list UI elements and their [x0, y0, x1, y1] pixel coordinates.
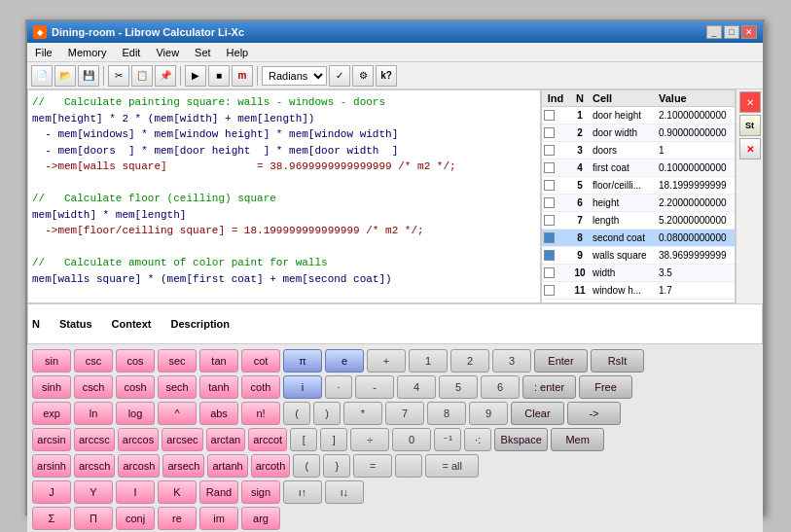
btn-arctan[interactable]: arctan: [206, 428, 246, 451]
menu-edit[interactable]: Edit: [118, 46, 144, 59]
btn-J[interactable]: J: [32, 480, 71, 504]
btn-pi-prod[interactable]: Π: [74, 507, 113, 530]
btn-arg[interactable]: arg: [241, 507, 280, 530]
btn-cot[interactable]: cot: [241, 349, 280, 372]
table-checkbox[interactable]: [544, 267, 555, 278]
btn-bracket-close[interactable]: ]: [320, 428, 347, 451]
btn-6[interactable]: 6: [481, 375, 520, 399]
table-checkbox[interactable]: [544, 110, 555, 121]
btn-3[interactable]: 3: [492, 349, 531, 372]
btn-arcosh[interactable]: arcosh: [118, 454, 160, 478]
btn-cosh[interactable]: cosh: [116, 375, 155, 399]
btn-multiply[interactable]: *: [343, 402, 382, 425]
table-checkbox[interactable]: [544, 250, 555, 261]
btn-close-paren[interactable]: ): [313, 402, 341, 425]
btn-divide[interactable]: ÷: [350, 428, 389, 451]
btn-9[interactable]: 9: [469, 402, 508, 425]
table-checkbox[interactable]: [544, 145, 555, 156]
table-row[interactable]: 2door width0.90000000000: [542, 124, 735, 142]
menu-view[interactable]: View: [152, 46, 183, 59]
btn-inverse[interactable]: ⁻¹: [434, 428, 461, 451]
btn-dotcolon[interactable]: ·:: [464, 428, 491, 451]
btn-7[interactable]: 7: [385, 402, 424, 425]
btn-save[interactable]: St: [739, 115, 761, 136]
table-checkbox[interactable]: [544, 232, 555, 243]
btn-curly-open[interactable]: (: [293, 454, 320, 478]
btn-cancel[interactable]: ✕: [739, 138, 761, 160]
btn-factorial[interactable]: n!: [241, 402, 280, 425]
toolbar-cut[interactable]: ✂: [108, 65, 129, 87]
btn-sinh[interactable]: sinh: [32, 375, 71, 399]
table-row[interactable]: 3doors1: [542, 142, 735, 160]
btn-equals[interactable]: =: [353, 454, 392, 478]
btn-pi[interactable]: π: [283, 349, 322, 372]
btn-enter[interactable]: Enter: [534, 349, 588, 372]
btn-mem[interactable]: Mem: [551, 428, 604, 451]
toolbar-copy[interactable]: 📋: [131, 65, 153, 87]
btn-sin[interactable]: sin: [32, 349, 71, 372]
table-cell-ind[interactable]: [542, 232, 569, 243]
btn-csch[interactable]: csch: [74, 375, 113, 399]
btn-log[interactable]: log: [116, 402, 155, 425]
table-row[interactable]: 8second coat0.08000000000: [542, 230, 735, 247]
btn-arccos[interactable]: arccos: [118, 428, 159, 451]
btn-exp[interactable]: exp: [32, 402, 71, 425]
btn-abs[interactable]: abs: [199, 402, 238, 425]
btn-colon-enter[interactable]: : enter: [522, 375, 576, 399]
btn-curly-close[interactable]: }: [323, 454, 350, 478]
table-checkbox[interactable]: [544, 180, 555, 191]
table-cell-ind[interactable]: [542, 250, 569, 261]
editor-panel[interactable]: // Calculate painting square: walls - wi…: [27, 89, 541, 303]
btn-8[interactable]: 8: [427, 402, 466, 425]
btn-rand[interactable]: Rand: [199, 480, 238, 504]
toolbar-paste[interactable]: 📌: [155, 65, 176, 87]
btn-delete[interactable]: ✕: [739, 91, 761, 113]
btn-clear[interactable]: Clear: [511, 402, 564, 425]
btn-4[interactable]: 4: [397, 375, 436, 399]
table-cell-ind[interactable]: [542, 285, 569, 296]
table-checkbox[interactable]: [544, 127, 555, 138]
table-cell-ind[interactable]: [542, 127, 569, 138]
table-cell-ind[interactable]: [542, 267, 569, 278]
btn-power[interactable]: ^: [158, 402, 197, 425]
btn-arsech[interactable]: arsech: [162, 454, 204, 478]
table-row[interactable]: 7length5.20000000000: [542, 212, 735, 230]
btn-backspace[interactable]: Bkspace: [494, 428, 548, 451]
btn-arcsch[interactable]: arcsch: [74, 454, 115, 478]
btn-cos[interactable]: cos: [116, 349, 155, 372]
btn-2[interactable]: 2: [450, 349, 489, 372]
table-cell-ind[interactable]: [542, 110, 569, 121]
table-row[interactable]: 4first coat0.10000000000: [542, 160, 735, 177]
toolbar-m[interactable]: m: [232, 65, 253, 87]
btn-sign[interactable]: sign: [241, 480, 280, 504]
table-row[interactable]: 6height2.20000000000: [542, 195, 735, 212]
btn-arrow[interactable]: ->: [567, 402, 621, 425]
btn-dot[interactable]: ·: [325, 375, 352, 399]
btn-0[interactable]: 0: [392, 428, 431, 451]
btn-arcoth[interactable]: arcoth: [251, 454, 291, 478]
btn-K[interactable]: K: [158, 480, 197, 504]
btn-arccsc[interactable]: arccsc: [74, 428, 115, 451]
btn-arccot[interactable]: arccot: [248, 428, 287, 451]
btn-arcsin[interactable]: arcsin: [32, 428, 71, 451]
btn-e[interactable]: e: [325, 349, 364, 372]
btn-idown[interactable]: ι↓: [325, 480, 364, 504]
table-row[interactable]: 1door height2.10000000000: [542, 107, 735, 124]
table-checkbox[interactable]: [544, 285, 555, 296]
table-cell-ind[interactable]: [542, 180, 569, 191]
btn-I[interactable]: I: [116, 480, 155, 504]
table-row[interactable]: 11window h...1.7: [542, 282, 735, 300]
radians-dropdown[interactable]: Radians: [262, 66, 327, 86]
btn-empty[interactable]: [395, 454, 422, 478]
btn-open-paren[interactable]: (: [283, 402, 310, 425]
table-cell-ind[interactable]: [542, 162, 569, 173]
toolbar-settings[interactable]: ⚙: [352, 65, 374, 87]
table-checkbox[interactable]: [544, 197, 555, 208]
btn-Y[interactable]: Y: [74, 480, 113, 504]
btn-arsinh[interactable]: arsinh: [32, 454, 71, 478]
btn-bracket-open[interactable]: [: [290, 428, 317, 451]
btn-iup[interactable]: ι↑: [283, 480, 322, 504]
btn-tanh[interactable]: tanh: [199, 375, 238, 399]
table-cell-ind[interactable]: [542, 215, 569, 226]
table-row[interactable]: 9walls square38.9699999999: [542, 247, 735, 265]
